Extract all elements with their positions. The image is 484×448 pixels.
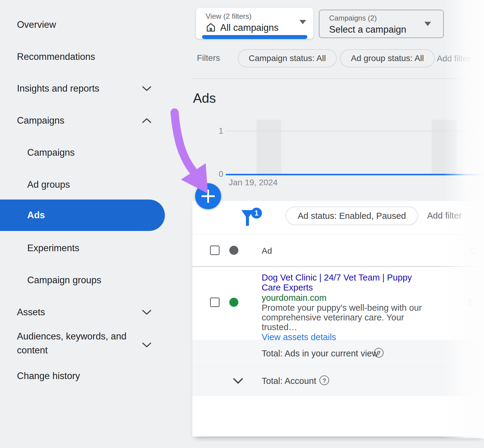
x-axis-label: Jan 19, 2024: [229, 178, 278, 187]
sidebar-item-assets[interactable]: Assets: [0, 305, 169, 320]
sidebar-item-label: Campaigns: [0, 115, 64, 126]
total-label: Total: Ads in your current view: [262, 349, 378, 359]
sidebar-item-recommendations[interactable]: Recommendations: [0, 50, 169, 64]
sidebar-item-label: Campaign groups: [0, 275, 101, 286]
weekend-band: [432, 120, 456, 175]
campaign-selector-label: Campaigns (2): [329, 14, 377, 22]
sidebar-item-audiences-keywords-content[interactable]: Audiences, keywords, and content: [0, 330, 169, 357]
sidebar-item-ads-selected[interactable]: Ads: [0, 200, 165, 231]
sidebar-item-label: Insights and reports: [0, 83, 99, 94]
active-view-indicator: [202, 35, 307, 39]
y-axis-tick: 1: [214, 126, 223, 136]
dropdown-caret-icon: [299, 24, 306, 30]
sidebar-item-label: Change history: [0, 371, 80, 381]
table-toolbar: 1 Ad status: Enabled, Paused Add filter: [192, 201, 484, 234]
filter-chip-campaign-status[interactable]: Campaign status: All: [238, 49, 337, 67]
ads-over-time-chart: 1 0 Jan 19, 2024: [212, 117, 484, 187]
ad-description: Promote your puppy's well-being with our…: [262, 303, 431, 332]
help-icon[interactable]: ?: [319, 375, 329, 385]
row-checkbox[interactable]: [210, 297, 220, 307]
sidebar-item-label: Recommendations: [0, 51, 95, 62]
sidebar: Overview Recommendations Insights and re…: [0, 0, 192, 448]
help-icon[interactable]: ?: [374, 348, 384, 358]
sidebar-item-experiments[interactable]: Experiments: [0, 241, 169, 255]
total-current-view-row: Total: Ads in your current view ?: [192, 341, 484, 368]
chart-series-line: [226, 174, 484, 175]
enabled-status-dot[interactable]: [229, 298, 238, 307]
sidebar-item-campaigns-section[interactable]: Campaigns: [0, 113, 169, 128]
select-all-checkbox[interactable]: [210, 245, 220, 255]
chevron-down-icon[interactable]: [232, 377, 244, 386]
total-label: Total: Account: [262, 376, 316, 386]
total-account-row: Total: Account ?: [192, 368, 484, 395]
filters-label: Filters: [197, 53, 220, 63]
add-ad-button[interactable]: [195, 183, 221, 209]
ad-status-truncated: E: [468, 297, 474, 307]
ad-status-filter-chip[interactable]: Ad status: Enabled, Paused: [286, 206, 418, 225]
chevron-down-icon: [142, 307, 152, 318]
sidebar-item-label: Overview: [0, 19, 56, 30]
campaign-selector[interactable]: Campaigns (2) Select a campaign: [319, 10, 444, 38]
y-axis-tick: 0: [214, 170, 223, 179]
home-icon: [206, 22, 216, 33]
sidebar-item-label: Campaigns: [0, 147, 75, 158]
chevron-up-icon: [142, 115, 152, 126]
filter-count-badge: 1: [251, 208, 262, 219]
sidebar-item-overview[interactable]: Overview: [0, 18, 169, 32]
sidebar-item-label: Audiences, keywords, and content: [0, 330, 127, 357]
weekend-band: [257, 120, 281, 175]
sidebar-item-campaign-groups[interactable]: Campaign groups: [0, 273, 169, 287]
sidebar-item-change-history[interactable]: Change history: [0, 369, 169, 383]
filter-chip-ad-group-status[interactable]: Ad group status: All: [340, 49, 435, 67]
google-ads-page: Overview Recommendations Insights and re…: [0, 0, 484, 448]
sidebar-item-label: Ad groups: [0, 179, 70, 190]
view-selector-label: View (2 filters): [206, 12, 252, 21]
ad-title-link[interactable]: Dog Vet Clinic | 24/7 Vet Team | Puppy C…: [262, 273, 431, 293]
divider: [192, 78, 484, 79]
add-filter-button[interactable]: Add filter: [427, 211, 462, 221]
page-title: Ads: [193, 91, 216, 106]
sidebar-item-label: Ads: [0, 210, 45, 221]
column-header-ad: Ad: [262, 246, 272, 256]
chevron-down-icon: [142, 338, 152, 352]
view-selector-value: All campaigns: [220, 22, 279, 33]
sidebar-item-campaigns[interactable]: Campaigns: [0, 145, 169, 160]
ad-display-url: yourdomain.com: [262, 293, 431, 303]
status-dot-header[interactable]: [229, 246, 238, 255]
add-filter-button[interactable]: Add filter: [437, 54, 470, 63]
column-header-campaign-truncated: C: [470, 246, 476, 256]
chevron-down-icon: [142, 83, 152, 94]
sidebar-item-label: Assets: [0, 307, 45, 318]
ads-table-card: 1 Ad status: Enabled, Paused Add filter …: [192, 201, 484, 437]
sidebar-item-insights-and-reports[interactable]: Insights and reports: [0, 81, 169, 96]
table-row: Dog Vet Clinic | 24/7 Vet Team | Puppy C…: [192, 268, 484, 340]
filter-funnel-icon[interactable]: 1: [241, 209, 262, 228]
campaign-selector-value: Select a campaign: [329, 24, 406, 35]
gridline: [226, 131, 484, 131]
sidebar-item-label: Experiments: [0, 243, 79, 254]
view-selector[interactable]: View (2 filters) All campaigns: [196, 8, 313, 39]
ad-creative-preview: Dog Vet Clinic | 24/7 Vet Team | Puppy C…: [262, 273, 431, 342]
dropdown-caret-icon: [424, 26, 431, 31]
sidebar-item-ad-groups[interactable]: Ad groups: [0, 177, 169, 192]
table-header-row: Ad C: [192, 235, 484, 267]
